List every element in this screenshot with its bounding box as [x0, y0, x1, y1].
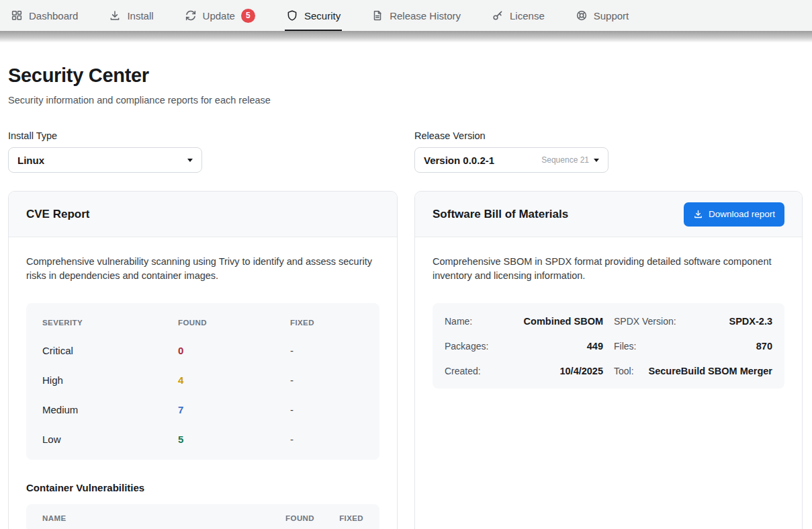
severity-name: Medium	[42, 404, 178, 415]
nav-item-label: Security	[304, 10, 341, 22]
chevron-down-icon	[594, 159, 599, 162]
sbom-body: Comprehensive SBOM in SPDX format provid…	[415, 237, 802, 389]
nav-item-support[interactable]: Support	[576, 0, 629, 31]
fixed-count: -	[290, 374, 363, 386]
install-type-filter: Install Type Linux	[8, 130, 414, 173]
nav-item-update[interactable]: Update 5	[185, 0, 255, 31]
nav-item-label: Support	[594, 10, 629, 22]
sbom-details-grid: Name: Combined SBOM SPDX Version: SPDX-2…	[433, 303, 784, 389]
table-row: High 4 -	[26, 365, 379, 395]
lifebuoy-icon	[576, 9, 588, 22]
nav-item-security[interactable]: Security	[286, 0, 341, 31]
cve-report-card: CVE Report Comprehensive vulnerability s…	[8, 191, 398, 529]
list-item: SPDX Version: SPDX-2.3	[614, 309, 772, 333]
sbom-header: Software Bill of Materials Download repo…	[415, 192, 802, 237]
fixed-col-header: FIXED	[290, 319, 363, 327]
detail-value: SecureBuild SBOM Merger	[648, 366, 772, 376]
found-count: 4	[178, 374, 290, 386]
found-count: 7	[178, 404, 290, 415]
fixed-count: -	[290, 404, 363, 415]
detail-label: Created:	[445, 366, 481, 376]
release-version-value: Version 0.0.2-1	[424, 155, 541, 166]
found-count: 5	[178, 434, 290, 445]
sbom-title: Software Bill of Materials	[433, 208, 568, 221]
list-item: Name: Combined SBOM	[445, 309, 603, 333]
found-count: 0	[178, 345, 290, 356]
detail-label: SPDX Version:	[614, 316, 676, 327]
severity-name: Low	[42, 434, 178, 445]
severity-table: SEVERITY FOUND FIXED Critical 0 - High 4…	[26, 303, 379, 460]
release-sequence-text: Sequence 21	[541, 155, 589, 165]
fixed-col-header: FIXED	[314, 514, 363, 522]
severity-name: High	[42, 374, 178, 386]
download-icon	[109, 9, 121, 22]
detail-value: Combined SBOM	[524, 316, 603, 327]
container-vulnerabilities-title: Container Vulnerabilities	[26, 482, 379, 493]
nav-item-release-history[interactable]: Release History	[371, 0, 461, 31]
sbom-card: Software Bill of Materials Download repo…	[414, 191, 803, 529]
found-col-header: FOUND	[273, 514, 314, 522]
list-item: Files: 870	[614, 333, 772, 358]
severity-col-header: SEVERITY	[42, 319, 178, 327]
nav-item-install[interactable]: Install	[109, 0, 153, 31]
install-type-select[interactable]: Linux	[8, 147, 202, 173]
update-count-badge: 5	[241, 9, 255, 23]
key-icon	[492, 9, 504, 22]
nav-item-label: Update	[203, 10, 235, 22]
nav-item-license[interactable]: License	[492, 0, 545, 31]
detail-label: Tool:	[614, 366, 634, 376]
fixed-count: -	[290, 345, 363, 356]
severity-name: Critical	[42, 345, 178, 356]
chevron-down-icon	[187, 159, 193, 162]
nav-item-label: Release History	[390, 10, 461, 22]
page-subtitle: Security information and compliance repo…	[8, 95, 803, 106]
detail-label: Files:	[614, 341, 636, 352]
name-col-header: NAME	[42, 514, 273, 522]
nav-item-label: License	[510, 10, 545, 22]
sbom-description: Comprehensive SBOM in SPDX format provid…	[433, 255, 784, 283]
list-item: Tool: SecureBuild SBOM Merger	[614, 358, 772, 383]
top-navigation: Dashboard Install Update 5 Security	[0, 0, 812, 31]
release-version-label: Release Version	[414, 130, 608, 141]
filters-row: Install Type Linux Release Version Versi…	[8, 130, 803, 173]
severity-table-header: SEVERITY FOUND FIXED	[26, 309, 379, 335]
list-item: Packages: 449	[445, 333, 603, 358]
main-content: Security Center Security information and…	[0, 42, 812, 529]
detail-value: 10/4/2025	[559, 366, 603, 376]
list-item: Created: 10/4/2025	[445, 358, 603, 383]
cve-report-body: Comprehensive vulnerability scanning usi…	[9, 237, 397, 529]
release-version-filter: Release Version Version 0.0.2-1 Sequence…	[414, 130, 608, 173]
found-col-header: FOUND	[178, 319, 290, 327]
container-vulnerabilities-header: NAME FOUND FIXED	[26, 504, 379, 529]
cve-report-description: Comprehensive vulnerability scanning usi…	[26, 255, 379, 283]
download-report-button[interactable]: Download report	[684, 202, 784, 227]
shield-icon	[286, 9, 298, 22]
table-row: Medium 7 -	[26, 395, 379, 424]
detail-value: SPDX-2.3	[729, 316, 772, 327]
detail-label: Name:	[445, 316, 472, 327]
cve-report-header: CVE Report	[9, 192, 397, 237]
table-row: Critical 0 -	[26, 335, 379, 365]
detail-label: Packages:	[445, 341, 488, 352]
cards-row: CVE Report Comprehensive vulnerability s…	[8, 191, 803, 529]
install-type-value: Linux	[17, 155, 187, 166]
table-row: Low 5 -	[26, 424, 379, 454]
page-title: Security Center	[8, 65, 803, 87]
refresh-icon	[185, 9, 197, 22]
cve-report-title: CVE Report	[26, 208, 89, 221]
dashboard-grid-icon	[11, 9, 23, 22]
fixed-count: -	[290, 434, 363, 445]
detail-value: 870	[756, 341, 772, 352]
install-type-label: Install Type	[8, 130, 414, 141]
nav-item-dashboard[interactable]: Dashboard	[11, 0, 78, 31]
header-shadow-divider	[0, 31, 812, 42]
release-version-select[interactable]: Version 0.0.2-1 Sequence 21	[414, 147, 608, 173]
download-report-label: Download report	[709, 209, 775, 219]
document-icon	[371, 9, 384, 22]
nav-item-label: Install	[127, 10, 153, 22]
nav-item-label: Dashboard	[29, 10, 78, 22]
detail-value: 449	[587, 341, 603, 352]
download-icon	[693, 209, 703, 219]
